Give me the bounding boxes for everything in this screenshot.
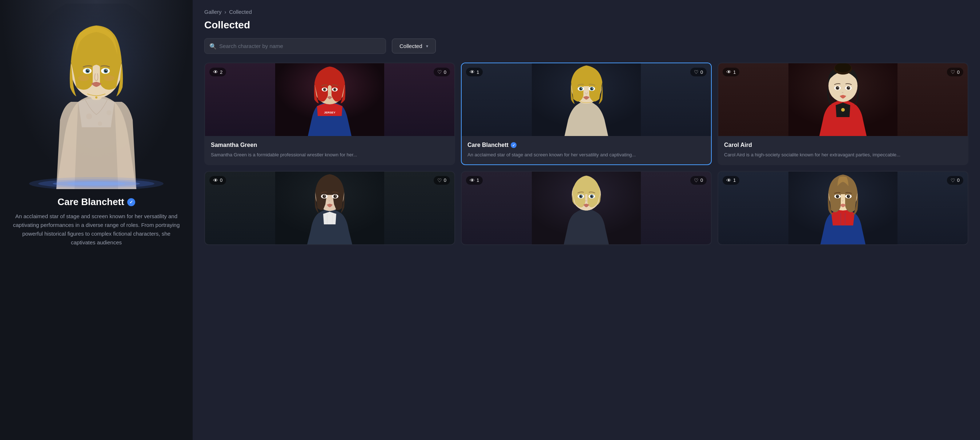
character-card-1[interactable]: JERSEY 👁 xyxy=(204,62,455,165)
card-name-2: Care Blanchett ✓ xyxy=(468,142,705,148)
like-count-2: ♡ 0 xyxy=(690,68,706,77)
like-number-2: 0 xyxy=(700,69,703,75)
svg-point-32 xyxy=(325,89,325,89)
view-count-1: 👁 2 xyxy=(209,68,226,77)
view-count-5: 👁 1 xyxy=(466,176,483,185)
svg-point-14 xyxy=(78,75,89,81)
breadcrumb-chevron-icon: › xyxy=(224,9,226,15)
card-stats-4: 👁 0 ♡ 0 xyxy=(209,176,450,185)
card-body-2: Care Blanchett ✓ An acclaimed star of st… xyxy=(461,136,711,164)
view-number-4: 0 xyxy=(220,177,223,183)
svg-point-15 xyxy=(103,75,115,81)
view-number-3: 1 xyxy=(733,69,736,75)
like-number-4: 0 xyxy=(444,177,446,183)
svg-point-13 xyxy=(106,70,107,71)
svg-point-88 xyxy=(837,195,838,198)
character-image-container xyxy=(0,0,192,189)
heart-icon-6: ♡ xyxy=(951,177,955,183)
svg-point-80 xyxy=(592,195,592,196)
card-stats-6: 👁 1 ♡ 0 xyxy=(723,176,963,185)
filter-dropdown-label: Collected xyxy=(399,43,422,49)
page-title: Collected xyxy=(204,19,968,31)
svg-point-3 xyxy=(107,110,111,115)
eye-icon-4: 👁 xyxy=(213,177,218,183)
like-count-1: ♡ 0 xyxy=(434,68,450,77)
card-image-4: 👁 0 ♡ 0 xyxy=(205,172,454,244)
left-panel: Care Blanchett ✓ An acclaimed star of st… xyxy=(0,0,192,440)
card-image-2: 👁 1 ♡ 0 xyxy=(461,63,711,136)
like-count-5: ♡ 0 xyxy=(690,176,706,185)
cards-grid: JERSEY 👁 xyxy=(204,62,968,245)
svg-point-77 xyxy=(580,195,582,198)
view-count-6: 👁 1 xyxy=(723,176,739,185)
heart-icon-2: ♡ xyxy=(694,69,698,75)
character-card-2[interactable]: 👁 1 ♡ 0 Care Blanchett ✓ An acclaimed st… xyxy=(461,62,712,165)
breadcrumb: Gallery › Collected xyxy=(204,9,968,15)
filter-dropdown[interactable]: Collected ▾ xyxy=(392,38,436,53)
search-input-wrapper: 🔍 xyxy=(204,38,386,54)
svg-text:JERSEY: JERSEY xyxy=(324,111,336,114)
svg-point-69 xyxy=(335,195,336,196)
like-number-3: 0 xyxy=(957,69,959,75)
character-image-bg xyxy=(0,0,192,189)
breadcrumb-current: Collected xyxy=(229,9,252,15)
svg-point-91 xyxy=(848,195,849,196)
like-number-5: 0 xyxy=(700,177,703,183)
svg-point-33 xyxy=(335,89,336,89)
card-body-3: Carol Aird Carol Aird is a high-society … xyxy=(718,136,968,164)
eye-icon-6: 👁 xyxy=(726,177,731,183)
card-name-text-3: Carol Aird xyxy=(724,142,752,148)
like-count-3: ♡ 0 xyxy=(947,68,963,77)
character-card-3[interactable]: 👁 1 ♡ 0 Carol Aird Carol Aird is a high-… xyxy=(718,62,968,165)
card-desc-3: Carol Aird is a high-society socialite k… xyxy=(724,151,962,159)
character-card-5[interactable]: 👁 1 ♡ 0 xyxy=(461,171,712,245)
like-number-6: 0 xyxy=(957,177,959,183)
breadcrumb-gallery-link[interactable]: Gallery xyxy=(204,9,222,15)
card-stats-5: 👁 1 ♡ 0 xyxy=(466,176,706,185)
svg-point-44 xyxy=(592,88,592,89)
card-image-3: 👁 1 ♡ 0 xyxy=(718,63,968,136)
like-number-1: 0 xyxy=(444,69,446,75)
svg-point-67 xyxy=(334,195,336,198)
heart-icon-1: ♡ xyxy=(437,69,442,75)
right-panel: Gallery › Collected Collected 🔍 Collecte… xyxy=(192,0,980,440)
card-stats-3: 👁 1 ♡ 0 xyxy=(723,68,963,77)
view-number-1: 2 xyxy=(220,69,223,75)
card-name-text-1: Samantha Green xyxy=(211,142,257,148)
card-image-1: JERSEY 👁 xyxy=(205,63,454,136)
svg-point-1 xyxy=(86,113,92,119)
svg-point-66 xyxy=(323,195,325,198)
heart-icon-4: ♡ xyxy=(437,177,442,183)
svg-point-79 xyxy=(581,195,582,196)
main-character-name-text: Care Blanchett xyxy=(57,196,124,208)
svg-point-30 xyxy=(324,89,326,91)
card-name-text-2: Care Blanchett xyxy=(468,142,509,148)
view-count-2: 👁 1 xyxy=(466,68,483,77)
search-input[interactable] xyxy=(204,38,386,54)
svg-point-89 xyxy=(847,195,850,198)
svg-point-41 xyxy=(580,88,582,90)
card-verified-badge: ✓ xyxy=(511,142,517,148)
character-card-6[interactable]: 👁 1 ♡ 0 xyxy=(718,171,968,245)
card-name-3: Carol Aird xyxy=(724,142,962,148)
svg-point-16 xyxy=(95,96,97,99)
svg-point-58 xyxy=(848,87,849,88)
view-number-5: 1 xyxy=(477,177,479,183)
card-desc-1: Samantha Green is a formidable professio… xyxy=(211,151,449,159)
card-desc-2: An acclaimed star of stage and screen kn… xyxy=(468,151,705,159)
like-count-4: ♡ 0 xyxy=(434,176,450,185)
card-stats-1: 👁 2 ♡ 0 xyxy=(209,68,450,77)
main-character-portrait xyxy=(20,4,173,189)
svg-point-56 xyxy=(847,87,850,89)
heart-icon-3: ♡ xyxy=(951,69,955,75)
view-number-6: 1 xyxy=(733,177,736,183)
svg-point-46 xyxy=(841,108,845,112)
eye-icon-5: 👁 xyxy=(469,177,475,183)
main-verified-badge: ✓ xyxy=(127,198,135,206)
card-name-1: Samantha Green xyxy=(211,142,449,148)
card-image-5: 👁 1 ♡ 0 xyxy=(461,172,711,244)
svg-point-78 xyxy=(591,195,593,198)
card-image-6: 👁 1 ♡ 0 xyxy=(718,172,968,244)
view-number-2: 1 xyxy=(477,69,479,75)
character-card-4[interactable]: 👁 0 ♡ 0 xyxy=(204,171,455,245)
